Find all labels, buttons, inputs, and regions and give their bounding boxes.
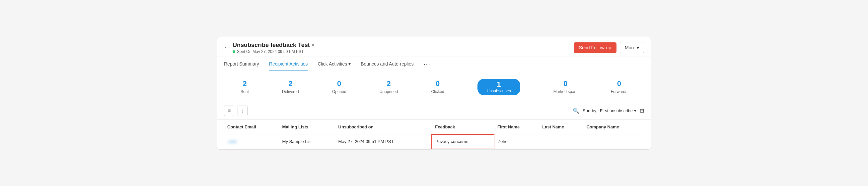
filter-icon: ≡ [228,108,230,114]
stat-opened-label: Opened [332,89,346,94]
tab-recipient-activities-label: Recipient Activities [269,61,308,67]
cell-feedback: Privacy concerns [432,134,494,149]
sort-chevron-icon: ▾ [634,108,637,113]
stat-unopened-label: Unopened [380,89,398,94]
more-button[interactable]: More ▾ [620,42,644,53]
tab-bounces-label: Bounces and Auto-replies [361,61,414,67]
tab-bounces-auto-replies[interactable]: Bounces and Auto-replies [361,57,414,71]
stats-row: 2 Sent 2 Delivered 0 Opened 2 Unopened 0… [217,72,651,102]
stat-opened[interactable]: 0 Opened [332,80,346,94]
tabs-more-button[interactable]: ··· [424,57,431,72]
table-header: Contact Email Mailing Lists Unsubscribed… [224,120,644,134]
stat-unopened[interactable]: 2 Unopened [380,80,398,94]
stat-opened-value: 0 [337,80,341,87]
subtitle: Sent On May 27, 2024 09:50 PM PST [232,49,314,54]
filter-button[interactable]: ≡ [224,106,234,116]
stat-forwards-value: 0 [617,80,621,87]
tab-report-summary-label: Report Summary [224,61,259,67]
cell-contact-email[interactable]: .com [224,134,279,149]
tab-click-activities[interactable]: Click Activities ▾ [318,57,351,71]
title-chevron-icon[interactable]: ▾ [312,43,314,48]
stat-sent-value: 2 [243,80,247,87]
stat-sent[interactable]: 2 Sent [241,80,249,94]
search-button[interactable]: 🔍 [573,108,579,114]
toolbar: ≡ ↓ 🔍 Sort by : First unsubscribe ▾ ⊟ [217,102,651,120]
download-icon: ↓ [241,108,244,114]
col-unsubscribed-on: Unsubscribed on [335,120,432,134]
sort-label-text: Sort by : First unsubscribe [583,108,633,113]
stat-clicked[interactable]: 0 Clicked [431,80,444,94]
stat-unsubscribes-pill: 1 Unsubscribes [477,79,520,95]
stat-marked-spam[interactable]: 0 Marked spam [553,80,578,94]
download-button[interactable]: ↓ [238,106,248,116]
stat-marked-spam-value: 0 [563,80,567,87]
col-feedback: Feedback [432,120,494,134]
columns-filter-button[interactable]: ⊟ [640,108,644,114]
stat-delivered-value: 2 [288,80,292,87]
stat-unsubscribes[interactable]: 1 Unsubscribes [477,79,520,95]
cell-unsubscribed-on: May 27, 2024 09:51 PM PST [335,134,432,149]
stat-forwards[interactable]: 0 Forwards [611,80,627,94]
table-body: .com My Sample List May 27, 2024 09:51 P… [224,134,644,149]
cell-company-name: -- [583,134,644,149]
app-container: ← Unsubscribe feedback Test ▾ Sent On Ma… [217,37,651,150]
stat-sent-label: Sent [241,89,249,94]
cell-first-name: Zoho [494,134,539,149]
stat-clicked-label: Clicked [431,89,444,94]
col-last-name: Last Name [539,120,583,134]
stat-unsubscribes-value: 1 [497,81,501,88]
more-label: More [625,45,636,50]
stat-unopened-value: 2 [386,80,391,87]
tab-click-activities-label: Click Activities [318,61,347,67]
back-icon: ← [224,45,229,51]
status-dot [232,50,235,53]
columns-filter-icon: ⊟ [640,108,644,114]
col-contact-email: Contact Email [224,120,279,134]
email-value: .com [227,139,237,144]
tab-recipient-activities[interactable]: Recipient Activities [269,57,308,71]
stat-clicked-value: 0 [436,80,440,87]
tab-click-activities-inner: Click Activities ▾ [318,61,351,67]
header-left: ← Unsubscribe feedback Test ▾ Sent On Ma… [224,42,314,54]
title-row: Unsubscribe feedback Test ▾ [232,42,314,49]
col-mailing-lists: Mailing Lists [279,120,335,134]
stat-unsubscribes-label: Unsubscribes [487,89,511,93]
tabs-bar: Report Summary Recipient Activities Clic… [217,57,651,72]
header-right: Send Follow-up More ▾ [574,42,644,53]
cell-mailing-lists: My Sample List [279,134,335,149]
data-table: Contact Email Mailing Lists Unsubscribed… [224,120,644,149]
sort-dropdown[interactable]: Sort by : First unsubscribe ▾ [583,108,637,113]
stat-delivered-label: Delivered [282,89,299,94]
header: ← Unsubscribe feedback Test ▾ Sent On Ma… [217,37,651,57]
page-title: Unsubscribe feedback Test [232,42,310,49]
back-button[interactable]: ← [224,45,229,51]
title-area: Unsubscribe feedback Test ▾ Sent On May … [232,42,314,54]
col-first-name: First Name [494,120,539,134]
search-icon: 🔍 [573,108,579,114]
more-chevron-icon: ▾ [637,45,639,50]
toolbar-right: 🔍 Sort by : First unsubscribe ▾ ⊟ [573,108,644,114]
col-company-name: Company Name [583,120,644,134]
toolbar-left: ≡ ↓ [224,106,248,116]
stat-delivered[interactable]: 2 Delivered [282,80,299,94]
stat-marked-spam-label: Marked spam [553,89,578,94]
tab-report-summary[interactable]: Report Summary [224,57,259,71]
send-followup-button[interactable]: Send Follow-up [574,42,617,53]
subtitle-text: Sent On May 27, 2024 09:50 PM PST [237,49,304,54]
stat-forwards-label: Forwards [611,89,627,94]
table-row: .com My Sample List May 27, 2024 09:51 P… [224,134,644,149]
table-container: Contact Email Mailing Lists Unsubscribed… [217,120,651,149]
tab-click-activities-chevron-icon: ▾ [348,61,351,67]
table-header-row: Contact Email Mailing Lists Unsubscribed… [224,120,644,134]
cell-last-name: -- [539,134,583,149]
